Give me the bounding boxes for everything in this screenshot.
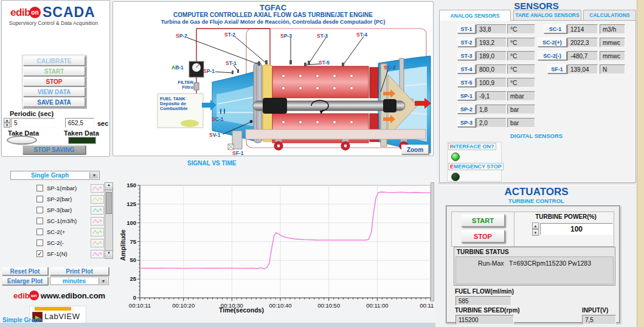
labview-wordmark: LabVIEW bbox=[44, 312, 80, 321]
svg-text:00:10:40: 00:10:40 bbox=[269, 302, 292, 309]
edibon-scada-logo: edibonSCADA bbox=[10, 4, 95, 21]
labview-banner bbox=[35, 307, 71, 311]
stepper-down-icon[interactable]: ▼ bbox=[4, 123, 10, 128]
signal-vs-time-title: SIGNAL VS TIME bbox=[187, 160, 236, 167]
turbine-stop-button[interactable]: STOP bbox=[461, 230, 505, 243]
legend-label-sc1: SC-1(m3/h) bbox=[47, 218, 91, 224]
chevron-down-icon[interactable]: ▼ bbox=[99, 278, 108, 284]
sensor-value-st3: 189,0 bbox=[476, 51, 507, 61]
sensor-value-sf1: 139,04 bbox=[567, 64, 598, 74]
sensor-value-sp1: -9,1 bbox=[476, 91, 507, 101]
print-plot-button[interactable]: Print Plot bbox=[50, 267, 109, 275]
emergency-stop-label: EMERGENCY STOP bbox=[448, 163, 504, 170]
legend-row-sp2: SP-2(bar) bbox=[36, 194, 104, 204]
start-button[interactable]: START bbox=[23, 66, 85, 76]
scroll-up-icon[interactable]: ▲ bbox=[105, 183, 113, 190]
legend-scrollbar[interactable]: ▲ ▼ bbox=[105, 182, 113, 259]
sensor-tag-st3: ST-3 bbox=[317, 33, 328, 39]
input-voltage-value: 7,5 bbox=[582, 315, 616, 325]
turbine-start-button[interactable]: START bbox=[461, 214, 505, 227]
sensor-tag-sc2-minus: SC-2(-) bbox=[538, 51, 567, 60]
periodic-label: Periodic (sec) bbox=[10, 110, 54, 117]
chart-scrollbar[interactable] bbox=[431, 182, 434, 301]
legend-label-sc2p: SC-2(+ bbox=[47, 229, 91, 235]
legend-checkbox-sp2[interactable] bbox=[36, 196, 43, 202]
interface-on-label: INTERFACE ON? bbox=[448, 143, 496, 150]
sensor-unit-sf1: N bbox=[600, 64, 625, 74]
tab-calculations[interactable]: CALCULATIONS bbox=[583, 10, 636, 20]
legend-swatch-sc2m bbox=[91, 239, 104, 247]
turbine-control-box: START STOP TURBINE POWER(%) ▲▼ 100 TURBI… bbox=[446, 205, 620, 323]
signal-chart[interactable]: 025507510012515000:10:1100:10:2000:10:30… bbox=[114, 180, 434, 310]
sensor-unit-sp1: mbar bbox=[507, 91, 535, 101]
svg-text:0: 0 bbox=[133, 294, 136, 301]
svg-text:100: 100 bbox=[126, 219, 136, 226]
logo-text-edib: edib bbox=[10, 7, 30, 19]
legend-checkbox-sp3[interactable] bbox=[36, 207, 43, 213]
interface-on-led bbox=[451, 153, 460, 161]
svg-text:125: 125 bbox=[126, 201, 137, 207]
graph-area: SIGNAL VS TIME Single Graph ▼ SP-1(mbar)… bbox=[0, 157, 435, 327]
sensor-tag-sc2-plus: SC-2(+) bbox=[538, 38, 567, 47]
time-unit-dropdown[interactable]: minutes ▼ bbox=[50, 277, 109, 285]
legend-row-sp3: SP-3(bar) bbox=[36, 205, 104, 215]
legend-checkbox-sc2m[interactable] bbox=[36, 239, 43, 246]
periodic-stepper[interactable]: ▲▼ bbox=[4, 118, 10, 128]
engine-diagram bbox=[113, 2, 434, 157]
legend-checkbox-sc1[interactable] bbox=[36, 218, 43, 224]
tab-tare-analog-sensors[interactable]: TARE ANALOG SENSORS bbox=[513, 10, 581, 20]
sensors-actuators-panel: SENSORS ANALOG SENSORS TARE ANALOG SENSO… bbox=[435, 0, 637, 327]
sensor-tag-sp2: SP-2 bbox=[176, 33, 187, 39]
sensor-tag-st1: ST-1 bbox=[226, 60, 237, 66]
stepper-down-icon[interactable]: ▼ bbox=[532, 229, 539, 236]
taken-data-label: Taken Data bbox=[64, 129, 99, 137]
website-link[interactable]: www.edibon.com bbox=[41, 291, 105, 300]
graph-mode-dropdown[interactable]: Single Graph ▼ bbox=[10, 171, 100, 180]
turbine-speed-value: 115200 bbox=[455, 315, 514, 325]
legend-checkbox-sf1[interactable]: ✓ bbox=[36, 250, 43, 257]
legend-checkbox-sc2p[interactable] bbox=[36, 229, 43, 235]
time-unit-value: minutes bbox=[50, 278, 98, 284]
x-axis-title: Time(seconds) bbox=[219, 306, 264, 314]
svg-text:00:11:11: 00:11:11 bbox=[420, 302, 434, 309]
turbine-power-input[interactable]: 100 bbox=[540, 223, 613, 235]
save-data-button[interactable]: SAVE DATA bbox=[23, 97, 85, 107]
edibon-footer-logo: edib on www.edibon.com bbox=[13, 291, 105, 300]
legend-row-sp1: SP-1(mbar) bbox=[36, 184, 104, 193]
chevron-down-icon[interactable]: ▼ bbox=[89, 172, 99, 179]
sensor-value-st1: 33,8 bbox=[476, 24, 507, 34]
turbine-power-stepper[interactable]: ▲▼ bbox=[532, 222, 539, 236]
enlarge-plot-button[interactable]: Enlarge Plot bbox=[2, 277, 48, 285]
svg-text:50: 50 bbox=[130, 256, 136, 263]
stop-button[interactable]: STOP bbox=[23, 77, 85, 86]
calibrate-button[interactable]: CALIBRATE bbox=[23, 56, 85, 66]
sensor-tag-ab1: AB-1 bbox=[171, 64, 184, 71]
sensor-tag-sv1: SV-1 bbox=[209, 132, 220, 138]
sensor-unit-sp2: bar bbox=[507, 105, 535, 114]
reset-plot-button[interactable]: Reset Plot bbox=[2, 267, 48, 275]
periodic-input[interactable]: 5 bbox=[11, 118, 55, 128]
legend-checkbox-sp1[interactable] bbox=[36, 185, 43, 191]
sensor-value-sp3: 2,0 bbox=[476, 118, 507, 128]
take-data-toggle[interactable] bbox=[7, 136, 37, 145]
stepper-up-icon[interactable]: ▲ bbox=[4, 118, 10, 123]
stop-saving-button[interactable]: STOP SAVING bbox=[23, 145, 86, 154]
footer-logo-circle-icon: on bbox=[29, 291, 39, 300]
input-voltage-label: INPUT(V) bbox=[582, 307, 608, 314]
zoom-button[interactable]: Zoom bbox=[401, 145, 429, 154]
sensor-value-st2: 193,2 bbox=[476, 38, 507, 47]
sensor-tag-sc2: SC-2 bbox=[384, 64, 395, 71]
sensor-unit-sc2-plus: mmwc bbox=[600, 38, 625, 47]
sensor-tag-sp1: SP-1 bbox=[457, 91, 476, 100]
legend-label-sc2m: SC-2(- bbox=[47, 239, 91, 246]
turbine-status-box: TURBINE STATUS Run-Max T=693CRpm115230 P… bbox=[454, 247, 615, 286]
legend-label-sp2: SP-2(bar) bbox=[47, 196, 91, 202]
svg-text:00:10:11: 00:10:11 bbox=[129, 302, 151, 309]
tab-analog-sensors[interactable]: ANALOG SENSORS bbox=[439, 10, 511, 21]
fuel-flow-label: FUEL FLOW(ml/min) bbox=[455, 288, 514, 295]
stepper-up-icon[interactable]: ▲ bbox=[532, 222, 539, 229]
sensor-value-sc1: 1214 bbox=[567, 24, 598, 34]
view-data-button[interactable]: VIEW DATA bbox=[23, 87, 85, 97]
scroll-down-icon[interactable]: ▼ bbox=[105, 250, 113, 258]
scrollbar-thumb[interactable] bbox=[106, 192, 112, 214]
